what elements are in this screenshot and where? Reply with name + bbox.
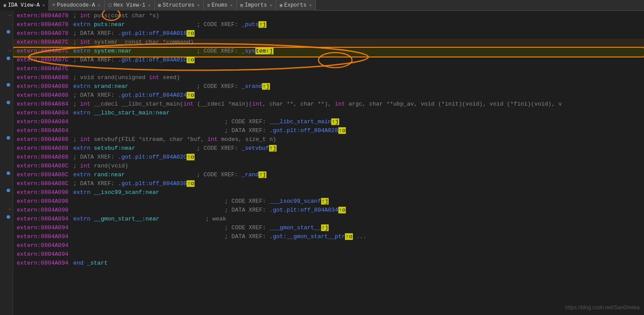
tab-hex-label: Hex View-1 bbox=[114, 2, 146, 8]
data-xref-system: ; DATA XREF: .got.plt:off_804A01C↑o bbox=[73, 57, 195, 63]
code-line-system-comment: extern:0804A07C ; int system(__const cha… bbox=[13, 39, 644, 48]
instr-extrn-puts: extrn puts:near bbox=[73, 21, 161, 28]
code-xref-gmon: ; CODE XREF: ___gmon_start__↑j bbox=[73, 224, 329, 231]
pseudocode-icon: ≡ bbox=[52, 3, 55, 8]
code-line-scanf-data-xref: extern:0804A090 ; DATA XREF: .got.plt:of… bbox=[13, 207, 644, 216]
addr-system-instr: extern:0804A07C bbox=[17, 48, 70, 54]
instr-extrn-srand: extrn srand:near bbox=[73, 83, 161, 90]
instr-extrn-rand: extrn rand:near bbox=[73, 171, 161, 178]
tab-enums-label: Enums bbox=[212, 2, 228, 8]
addr-setvbuf-data: extern:0804A088 bbox=[17, 154, 70, 160]
tab-imports-label: Imports bbox=[245, 2, 267, 8]
addr-puts-data: extern:0804A078 bbox=[17, 30, 70, 37]
data-xref-srand: ; DATA XREF: .got.plt:off_804A024↑o bbox=[73, 92, 195, 99]
code-line-system-instr: extern:0804A07C extrn system:near ; CODE… bbox=[13, 48, 644, 57]
code-line-empty-2: extern:0804A094 bbox=[13, 242, 644, 251]
main-content: → → → extern:0804A078 ; int puts(const c… bbox=[0, 11, 644, 315]
code-area[interactable]: extern:0804A078 ; int puts(const char *s… bbox=[13, 11, 644, 315]
addr-system-comment: extern:0804A07C bbox=[17, 39, 70, 46]
code-line-puts-comment: extern:0804A078 ; int puts(const char *s… bbox=[13, 12, 644, 21]
addr-system-data: extern:0804A07C bbox=[17, 57, 70, 63]
comment-srand: ; void srand(unsigned int seed) bbox=[73, 74, 180, 81]
addr-gmon-code-xref: extern:0804A094 bbox=[17, 224, 70, 231]
code-line-gmon-data-xref: extern:0804A094 ; DATA XREF: .got:__gmon… bbox=[13, 233, 644, 242]
xref-setvbuf: ; CODE XREF: _setvbuf↑j bbox=[197, 145, 277, 152]
gutter-dot-1 bbox=[7, 30, 10, 34]
code-line-system-data-xref: extern:0804A07C ; DATA XREF: .got.plt:of… bbox=[13, 57, 644, 65]
tab-ida-close[interactable]: ✕ bbox=[42, 3, 45, 8]
addr-rand-data: extern:0804A08C bbox=[17, 180, 70, 187]
tab-pseudocode-label: Pseudocode-A bbox=[57, 2, 95, 8]
addr-empty-2: extern:0804A094 bbox=[17, 242, 70, 249]
code-line-scanf-instr: extern:0804A090 extrn __isoc99_scanf:nea… bbox=[13, 189, 644, 198]
comment-setvbuf: ; int setvbuf(FILE *stream, char *buf, i… bbox=[73, 136, 276, 143]
code-line-gmon-instr: extern:0804A094 extrn __gmon_start__:nea… bbox=[13, 216, 644, 224]
code-line-rand-comment: extern:0804A08C ; int rand(void) bbox=[13, 163, 644, 171]
code-xref-scanf: ; CODE XREF: ___isoc99_scanf↑j bbox=[73, 198, 329, 205]
code-line-puts-instr: extern:0804A078 extrn puts:near ; CODE X… bbox=[13, 21, 644, 30]
tab-ida-label: IDA View-A bbox=[8, 2, 40, 8]
code-line-setvbuf-instr: extern:0804A088 extrn setvbuf:near ; COD… bbox=[13, 145, 644, 154]
tab-pseudocode-a[interactable]: ≡ Pseudocode-A ✕ bbox=[49, 0, 104, 11]
instr-extrn-setvbuf: extrn setvbuf:near bbox=[73, 145, 161, 152]
addr-scanf-data-xref: extern:0804A090 bbox=[17, 207, 70, 213]
data-xref-scanf: ; DATA XREF: .got.plt:off_804A034↑o bbox=[73, 207, 346, 213]
code-xref-libc: ; CODE XREF: ___libc_start_main↑j bbox=[73, 118, 339, 125]
addr-libc-comment: extern:0804A084 bbox=[17, 101, 70, 107]
imports-icon: ▤ bbox=[240, 3, 243, 8]
data-xref-rand: ; DATA XREF: .got.plt:off_804A030↑o bbox=[73, 180, 195, 187]
xref-rand: ; CODE XREF: _rand↑j bbox=[197, 171, 266, 178]
xref-system: ; CODE XREF: _system↑j bbox=[197, 48, 273, 54]
watermark: https://blog.csdn.net/San0rintea bbox=[565, 304, 640, 311]
end-directive: end _start bbox=[73, 260, 108, 266]
data-xref-setvbuf: ; DATA XREF: .got.plt:off_804A02C↑o bbox=[73, 154, 195, 160]
addr-scanf-instr: extern:0804A090 bbox=[17, 189, 70, 196]
enums-icon: ≣ bbox=[207, 3, 210, 8]
tab-imports-close[interactable]: ✕ bbox=[270, 3, 272, 8]
code-line-libc-instr: extern:0804A084 extrn __libc_start_main:… bbox=[13, 110, 644, 118]
addr-gmon-instr: extern:0804A094 bbox=[17, 216, 70, 222]
tab-hex-close[interactable]: ✕ bbox=[148, 3, 151, 8]
instr-extrn-libc: extrn __libc_start_main:near bbox=[73, 110, 223, 116]
hex-view-icon: ⬡ bbox=[108, 3, 112, 8]
code-line-scanf-code-xref: extern:0804A090 ; CODE XREF: ___isoc99_s… bbox=[13, 198, 644, 207]
data-xref-puts: ; DATA XREF: .got.plt:off_804A018↑o bbox=[73, 30, 195, 37]
code-line-srand-comment: extern:0804A080 ; void srand(unsigned in… bbox=[13, 74, 644, 83]
tab-structures-label: Structures bbox=[163, 2, 195, 8]
code-line-empty-3: extern:0804A094 bbox=[13, 251, 644, 260]
tab-hex-view-1[interactable]: ⬡ Hex View-1 ✕ bbox=[105, 0, 155, 11]
xref-srand: ; CODE XREF: _srand↑j bbox=[197, 83, 270, 90]
addr-libc-instr: extern:0804A084 bbox=[17, 110, 70, 116]
addr-rand-instr: extern:0804A08C bbox=[17, 171, 70, 178]
instr-extrn-system: extrn system:near bbox=[73, 48, 161, 54]
gutter-dot-8 bbox=[7, 215, 10, 219]
code-line-rand-instr: extern:0804A08C extrn rand:near ; CODE X… bbox=[13, 171, 644, 180]
instr-extrn-scanf: extrn __isoc99_scanf:near bbox=[73, 189, 161, 196]
gutter-arrow-3: → bbox=[8, 206, 11, 213]
tab-exports-close[interactable]: ✕ bbox=[309, 3, 312, 8]
tab-imports[interactable]: ▤ Imports ✕ bbox=[237, 0, 276, 11]
gutter-dot-2 bbox=[7, 57, 10, 60]
code-line-gmon-code-xref: extern:0804A094 ; CODE XREF: ___gmon_sta… bbox=[13, 224, 644, 233]
comment-system: ; int system(__const char *command) bbox=[73, 39, 194, 46]
tab-structures-close[interactable]: ✕ bbox=[197, 3, 200, 8]
tab-ida-view-a[interactable]: ▣ IDA View-A ✕ bbox=[0, 0, 49, 11]
tab-enums[interactable]: ≣ Enums ✕ bbox=[204, 0, 237, 11]
addr-end: extern:0804A094 bbox=[17, 260, 70, 266]
tab-pseudocode-close[interactable]: ✕ bbox=[98, 3, 101, 8]
comment-rand: ; int rand(void) bbox=[73, 163, 128, 169]
comment-libc: ; int __cdecl __libc_start_main(int (__c… bbox=[73, 101, 562, 107]
code-line-srand-instr: extern:0804A080 extrn srand:near ; CODE … bbox=[13, 83, 644, 92]
tab-structures[interactable]: ▦ Structures ✕ bbox=[155, 0, 204, 11]
tab-exports[interactable]: ▣ Exports ✕ bbox=[276, 0, 315, 11]
exports-icon: ▣ bbox=[280, 3, 282, 8]
code-line-setvbuf-data-xref: extern:0804A088 ; DATA XREF: .got.plt:of… bbox=[13, 154, 644, 163]
addr-libc-code-xref: extern:0804A084 bbox=[17, 118, 70, 125]
addr-puts-instr: extern:0804A078 bbox=[17, 21, 70, 28]
code-line-setvbuf-comment: extern:0804A088 ; int setvbuf(FILE *stre… bbox=[13, 136, 644, 145]
addr-empty-1: extern:0804A07C bbox=[17, 65, 70, 72]
tab-enums-close[interactable]: ✕ bbox=[230, 3, 233, 8]
data-xref-libc: ; DATA XREF: .got.plt:off_804A028↑o bbox=[73, 127, 346, 134]
gutter-dot-6 bbox=[7, 171, 10, 175]
xref-gmon: ; weak bbox=[206, 216, 226, 222]
